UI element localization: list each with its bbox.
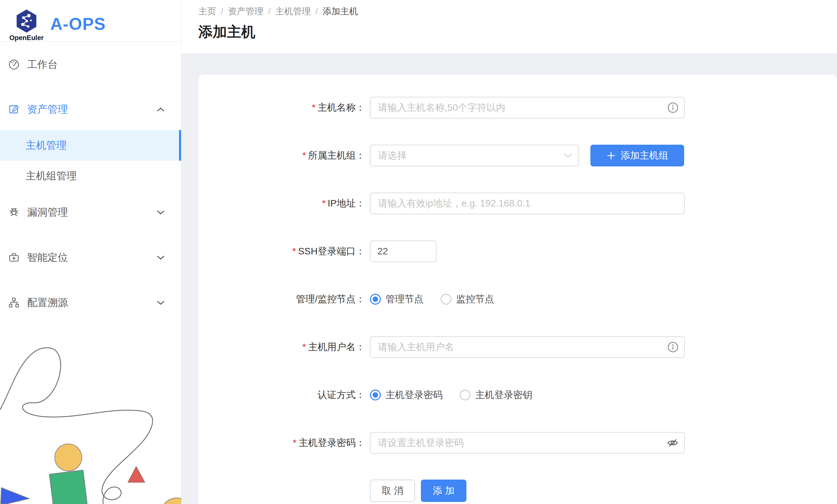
node-type-row: 管理/监控节点： 管理节点 监控节点 xyxy=(198,288,837,310)
sidebar-menu: 工作台 资产管理 主机管理 xyxy=(0,42,181,316)
chevron-down-icon xyxy=(157,255,165,260)
form-card: *主机名称： xyxy=(198,75,837,504)
breadcrumb-asset-management[interactable]: 资产管理 xyxy=(228,5,263,17)
management-node-option[interactable]: 管理节点 xyxy=(370,293,424,306)
required-mark: * xyxy=(302,342,306,352)
form-actions-row: 取 消 添 加 xyxy=(198,480,837,502)
sidebar-item-label: 资产管理 xyxy=(27,103,68,116)
sidebar-item-config-tracing[interactable]: 配置溯源 xyxy=(0,289,181,316)
breadcrumb-home[interactable]: 主页 xyxy=(198,5,216,17)
sidebar-item-workbench[interactable]: 工作台 xyxy=(0,51,181,78)
sidebar: OpenEuler A-OPS 工作台 xyxy=(0,0,181,504)
page-title: 添加主机 xyxy=(198,22,837,41)
page-header: 主页 / 资产管理 / 主机管理 / 添加主机 添加主机 xyxy=(181,0,837,53)
required-mark: * xyxy=(322,198,326,209)
required-mark: * xyxy=(302,150,306,161)
host-name-input[interactable] xyxy=(370,97,685,119)
required-mark: * xyxy=(312,102,316,113)
edit-square-icon xyxy=(8,104,20,115)
required-mark: * xyxy=(293,437,297,448)
logo-text: OpenEuler xyxy=(9,34,43,42)
breadcrumb: 主页 / 资产管理 / 主机管理 / 添加主机 xyxy=(198,5,837,17)
ssh-port-label: *SSH登录端口： xyxy=(198,245,370,258)
sidebar-item-label: 漏洞管理 xyxy=(27,205,68,219)
management-node-radio[interactable] xyxy=(370,294,381,305)
openeuler-logo: OpenEuler xyxy=(10,9,43,42)
host-password-label: *主机登录密码： xyxy=(198,436,370,449)
key-auth-option[interactable]: 主机登录密钥 xyxy=(460,389,532,401)
host-username-row: *主机用户名： xyxy=(198,336,837,358)
host-username-input[interactable] xyxy=(370,336,685,358)
ssh-port-row: *SSH登录端口： xyxy=(198,240,837,262)
medicine-box-icon xyxy=(8,252,20,263)
host-username-label: *主机用户名： xyxy=(198,341,370,354)
sidebar-item-host-group-management[interactable]: 主机组管理 xyxy=(0,161,181,191)
sidebar-item-intelligent-location[interactable]: 智能定位 xyxy=(0,244,181,271)
screen: OpenEuler A-OPS 工作台 xyxy=(0,0,837,504)
sidebar-item-label: 主机管理 xyxy=(26,139,67,152)
app-title: A-OPS xyxy=(50,14,106,34)
chevron-up-icon xyxy=(157,107,165,112)
cluster-icon xyxy=(8,297,20,308)
sidebar-item-vulnerability-management[interactable]: 漏洞管理 xyxy=(0,199,181,226)
host-group-row: *所属主机组： 请选择 xyxy=(198,145,837,166)
sidebar-item-host-management[interactable]: 主机管理 xyxy=(0,130,181,161)
sidebar-item-label: 工作台 xyxy=(27,58,58,72)
openeuler-hexagon-icon xyxy=(15,9,38,33)
cancel-button[interactable]: 取 消 xyxy=(370,480,415,502)
key-auth-radio[interactable] xyxy=(460,390,470,400)
chevron-down-icon xyxy=(564,153,572,158)
add-button[interactable]: 添 加 xyxy=(421,480,466,502)
eye-invisible-icon[interactable] xyxy=(666,437,679,449)
select-placeholder: 请选择 xyxy=(378,149,407,162)
brand: OpenEuler A-OPS xyxy=(0,0,181,42)
decorative-illustration xyxy=(0,327,181,504)
add-host-group-label: 添加主机组 xyxy=(621,149,668,162)
info-circle-icon xyxy=(667,102,679,113)
auth-method-label: 认证方式： xyxy=(198,389,370,401)
host-group-label: *所属主机组： xyxy=(198,149,370,162)
auth-method-row: 认证方式： 主机登录密码 主机登录密钥 xyxy=(198,384,837,406)
sidebar-item-label: 智能定位 xyxy=(27,251,68,265)
password-auth-radio[interactable] xyxy=(370,390,381,400)
breadcrumb-add-host: 添加主机 xyxy=(323,5,358,17)
chevron-down-icon xyxy=(157,300,165,305)
breadcrumb-separator: / xyxy=(268,5,270,17)
host-password-row: *主机登录密码： xyxy=(198,432,837,454)
sidebar-item-label: 主机组管理 xyxy=(26,169,77,183)
breadcrumb-separator: / xyxy=(315,5,318,17)
host-name-row: *主机名称： xyxy=(198,97,837,119)
password-auth-option[interactable]: 主机登录密码 xyxy=(370,389,443,401)
monitor-node-option[interactable]: 监控节点 xyxy=(441,293,494,306)
ssh-port-input[interactable] xyxy=(370,240,437,262)
node-type-label: 管理/监控节点： xyxy=(198,293,370,306)
host-name-label: *主机名称： xyxy=(198,101,370,114)
sidebar-item-label: 配置溯源 xyxy=(27,296,68,310)
breadcrumb-host-management[interactable]: 主机管理 xyxy=(275,5,310,17)
bug-icon xyxy=(8,206,20,218)
add-host-group-button[interactable]: 添加主机组 xyxy=(590,145,684,166)
chevron-down-icon xyxy=(157,210,165,215)
ip-address-row: *IP地址： xyxy=(198,193,837,214)
breadcrumb-separator: / xyxy=(221,5,223,17)
sidebar-item-asset-management[interactable]: 资产管理 xyxy=(0,96,181,123)
info-circle-icon xyxy=(667,341,679,353)
plus-icon xyxy=(606,151,616,160)
dashboard-icon xyxy=(8,59,20,70)
ip-address-input[interactable] xyxy=(370,193,685,214)
add-host-form: *主机名称： xyxy=(198,75,837,502)
ip-address-label: *IP地址： xyxy=(198,197,370,210)
required-mark: * xyxy=(292,246,296,256)
host-group-select[interactable]: 请选择 xyxy=(370,145,579,166)
monitor-node-radio[interactable] xyxy=(441,294,451,305)
host-password-input[interactable] xyxy=(370,432,685,454)
